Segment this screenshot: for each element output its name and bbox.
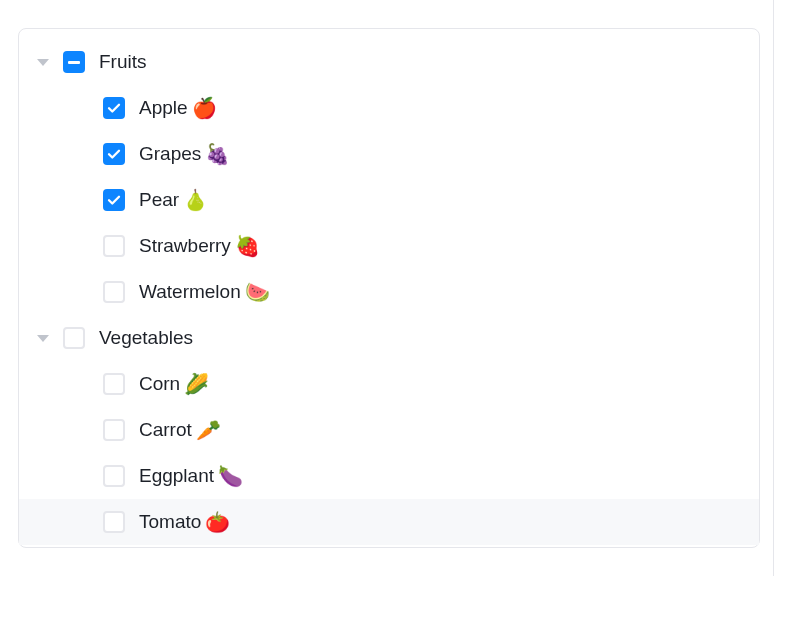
tree-node-label: Watermelon <box>139 281 241 303</box>
checkbox-eggplant[interactable] <box>103 465 125 487</box>
tree-node-label: Vegetables <box>99 327 193 349</box>
corn-icon: 🌽 <box>184 372 209 396</box>
checkbox-strawberry[interactable] <box>103 235 125 257</box>
tree-node-vegetables[interactable]: Vegetables <box>19 315 759 361</box>
grapes-icon: 🍇 <box>205 142 230 166</box>
checkbox-tomato[interactable] <box>103 511 125 533</box>
checkbox-vegetables[interactable] <box>63 327 85 349</box>
checkbox-fruits[interactable] <box>63 51 85 73</box>
tree-node-label: Apple <box>139 97 188 119</box>
pear-icon: 🍐 <box>183 188 208 212</box>
right-divider <box>773 0 774 576</box>
strawberry-icon: 🍓 <box>235 234 260 258</box>
tree-node-label: Pear <box>139 189 179 211</box>
checkbox-grapes[interactable] <box>103 143 125 165</box>
tree-node-grapes[interactable]: Grapes 🍇 <box>19 131 759 177</box>
check-icon <box>107 147 121 161</box>
check-icon <box>107 101 121 115</box>
tree-node-label: Grapes <box>139 143 201 165</box>
tree-node-corn[interactable]: Corn 🌽 <box>19 361 759 407</box>
tree-node-label: Tomato <box>139 511 201 533</box>
tree-node-label: Carrot <box>139 419 192 441</box>
tree-node-tomato[interactable]: Tomato 🍅 <box>19 499 759 545</box>
eggplant-icon: 🍆 <box>218 464 243 488</box>
checkbox-apple[interactable] <box>103 97 125 119</box>
tree-node-pear[interactable]: Pear 🍐 <box>19 177 759 223</box>
tree-node-label: Corn <box>139 373 180 395</box>
tomato-icon: 🍅 <box>205 510 230 534</box>
checkbox-carrot[interactable] <box>103 419 125 441</box>
tree-node-carrot[interactable]: Carrot 🥕 <box>19 407 759 453</box>
tree-node-fruits[interactable]: Fruits <box>19 39 759 85</box>
check-icon <box>107 193 121 207</box>
checkbox-watermelon[interactable] <box>103 281 125 303</box>
tree-node-label: Fruits <box>99 51 147 73</box>
tree-node-label: Strawberry <box>139 235 231 257</box>
tree-node-apple[interactable]: Apple 🍎 <box>19 85 759 131</box>
expand-caret-icon[interactable] <box>37 335 49 342</box>
tree-node-eggplant[interactable]: Eggplant 🍆 <box>19 453 759 499</box>
tree-node-watermelon[interactable]: Watermelon 🍉 <box>19 269 759 315</box>
tree-node-label: Eggplant <box>139 465 214 487</box>
carrot-icon: 🥕 <box>196 418 221 442</box>
expand-caret-icon[interactable] <box>37 59 49 66</box>
watermelon-icon: 🍉 <box>245 280 270 304</box>
apple-icon: 🍎 <box>192 96 217 120</box>
tree-node-strawberry[interactable]: Strawberry 🍓 <box>19 223 759 269</box>
tree-panel: Fruits Apple 🍎 Grapes 🍇 Pear 🍐 Strawberr… <box>18 28 760 548</box>
checkbox-pear[interactable] <box>103 189 125 211</box>
checkbox-corn[interactable] <box>103 373 125 395</box>
